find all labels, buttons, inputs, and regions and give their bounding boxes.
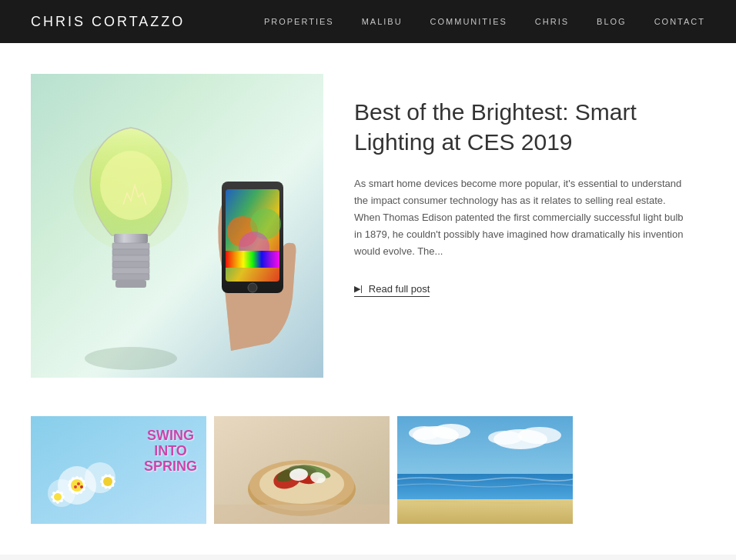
nav-blog[interactable]: BLOG: [597, 17, 627, 26]
svg-point-3: [100, 151, 162, 220]
navigation: CHRIS CORTAZZO PROPERTIES MALIBU COMMUNI…: [0, 0, 736, 43]
svg-rect-19: [226, 251, 279, 268]
svg-point-62: [518, 427, 561, 444]
svg-point-17: [248, 283, 257, 292]
svg-point-36: [103, 477, 112, 486]
svg-point-30: [71, 479, 83, 492]
svg-point-42: [77, 482, 80, 485]
svg-rect-56: [214, 505, 390, 524]
svg-point-60: [409, 426, 440, 440]
play-icon: ▶|: [354, 284, 363, 294]
nav-links: PROPERTIES MALIBU COMMUNITIES CHRIS BLOG…: [264, 17, 705, 26]
svg-rect-11: [115, 280, 146, 288]
featured-post: Best of the Brightest: Smart Lighting at…: [31, 74, 690, 378]
svg-point-1: [85, 347, 177, 370]
thumbnail-2[interactable]: [214, 416, 390, 524]
svg-rect-9: [112, 268, 149, 274]
svg-rect-8: [112, 262, 149, 268]
thumbnail-1[interactable]: SWINGINTOSPRING: [31, 416, 206, 524]
svg-rect-6: [112, 249, 149, 255]
thumb-2-svg: [214, 416, 390, 524]
thumbnail-row: SWINGINTOSPRING: [31, 416, 690, 524]
svg-rect-5: [112, 243, 149, 249]
featured-image-svg: [31, 74, 323, 378]
svg-point-44: [80, 485, 83, 488]
featured-image: [31, 74, 323, 378]
read-more-link[interactable]: ▶| Read full post: [354, 283, 430, 297]
featured-post-text: Best of the Brightest: Smart Lighting at…: [354, 74, 690, 297]
nav-chris[interactable]: CHRIS: [535, 17, 569, 26]
nav-contact[interactable]: CONTACT: [654, 17, 705, 26]
thumb-3-svg: [397, 416, 573, 524]
nav-malibu[interactable]: MALIBU: [362, 17, 403, 26]
svg-rect-7: [112, 255, 149, 262]
main-content: Best of the Brightest: Smart Lighting at…: [0, 43, 736, 555]
post-excerpt: As smart home devices become more popula…: [354, 175, 690, 260]
svg-rect-4: [114, 234, 148, 243]
svg-point-63: [488, 431, 522, 445]
post-title: Best of the Brightest: Smart Lighting at…: [354, 97, 690, 157]
thumb-1-overlay-text: SWINGINTOSPRING: [144, 428, 197, 474]
read-more-label: Read full post: [369, 283, 430, 295]
nav-properties[interactable]: PROPERTIES: [264, 17, 334, 26]
svg-rect-10: [112, 274, 149, 280]
site-logo[interactable]: CHRIS CORTAZZO: [31, 14, 185, 30]
svg-point-43: [74, 485, 77, 488]
thumbnail-3[interactable]: [397, 416, 573, 524]
nav-communities[interactable]: COMMUNITIES: [430, 17, 507, 26]
svg-point-41: [54, 493, 62, 501]
